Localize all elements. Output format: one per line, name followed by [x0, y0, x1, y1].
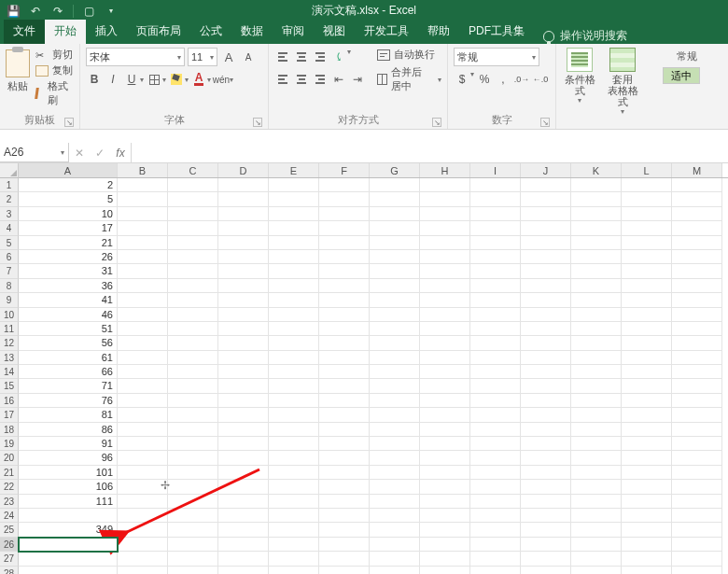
cell-M10[interactable] [672, 308, 722, 322]
save-icon[interactable]: 💾 [6, 4, 21, 19]
cell-C5[interactable] [168, 236, 218, 250]
row-header-14[interactable]: 14 [0, 365, 19, 379]
cell-style-swatch[interactable]: 适中 [663, 67, 700, 84]
cell-C14[interactable] [168, 365, 218, 379]
cell-C28[interactable] [168, 567, 218, 574]
cell-M25[interactable] [672, 523, 722, 537]
cell-B15[interactable] [118, 379, 168, 393]
cell-K11[interactable] [571, 322, 622, 336]
cell-E21[interactable] [269, 466, 319, 480]
cell-L28[interactable] [622, 567, 672, 574]
column-header-D[interactable]: D [218, 163, 269, 177]
cell-J20[interactable] [521, 451, 571, 465]
cell-I9[interactable] [470, 293, 521, 307]
cell-B2[interactable] [118, 192, 168, 206]
cell-H8[interactable] [420, 279, 470, 293]
cell-I14[interactable] [470, 365, 521, 379]
cell-K9[interactable] [571, 293, 622, 307]
cell-D21[interactable] [218, 466, 269, 480]
cell-C22[interactable] [168, 480, 218, 494]
cell-H7[interactable] [420, 264, 470, 278]
copy-button[interactable]: 复制 [35, 63, 74, 77]
row-header-3[interactable]: 3 [0, 207, 19, 221]
enter-formula-button[interactable]: ✓ [90, 147, 110, 160]
align-middle-button[interactable] [293, 48, 310, 66]
cell-A28[interactable] [19, 567, 118, 574]
phonetic-button[interactable]: wén [213, 70, 230, 89]
cell-D7[interactable] [218, 264, 269, 278]
cell-E18[interactable] [269, 423, 319, 437]
cell-K15[interactable] [571, 379, 622, 393]
cell-E22[interactable] [269, 480, 319, 494]
align-bottom-button[interactable] [312, 48, 329, 66]
cell-E25[interactable] [269, 523, 319, 537]
cell-L9[interactable] [622, 293, 672, 307]
cell-A19[interactable]: 91 [19, 437, 118, 451]
cell-F4[interactable] [319, 221, 370, 235]
cell-L2[interactable] [622, 192, 672, 206]
cell-J21[interactable] [521, 466, 571, 480]
cell-I25[interactable] [470, 523, 521, 537]
cell-M5[interactable] [672, 236, 722, 250]
cell-G22[interactable] [370, 480, 420, 494]
bold-button[interactable]: B [86, 70, 103, 89]
font-color-button[interactable]: A [190, 70, 207, 89]
cell-E16[interactable] [269, 394, 319, 408]
clipboard-dialog-launcher[interactable]: ↘ [64, 118, 74, 127]
cell-B27[interactable] [118, 552, 168, 566]
cell-M4[interactable] [672, 221, 722, 235]
cell-D11[interactable] [218, 322, 269, 336]
format-painter-button[interactable]: 格式刷 [35, 79, 74, 107]
cell-J9[interactable] [521, 293, 571, 307]
tab-file[interactable]: 文件 [4, 20, 45, 44]
cell-L8[interactable] [622, 279, 672, 293]
fill-dropdown[interactable]: ▾ [185, 76, 189, 84]
cell-E19[interactable] [269, 437, 319, 451]
cell-L16[interactable] [622, 394, 672, 408]
column-header-L[interactable]: L [622, 163, 672, 177]
cell-L6[interactable] [622, 250, 672, 264]
cell-I27[interactable] [470, 552, 521, 566]
cell-G16[interactable] [370, 394, 420, 408]
row-header-19[interactable]: 19 [0, 437, 19, 451]
cell-C3[interactable] [168, 207, 218, 221]
cell-D25[interactable] [218, 523, 269, 537]
cell-H26[interactable] [420, 538, 470, 552]
cell-I2[interactable] [470, 192, 521, 206]
cell-K14[interactable] [571, 365, 622, 379]
cell-F10[interactable] [319, 308, 370, 322]
cell-H24[interactable] [420, 509, 470, 523]
cell-M26[interactable] [672, 538, 722, 552]
cell-H18[interactable] [420, 423, 470, 437]
cell-E28[interactable] [269, 567, 319, 574]
cell-H2[interactable] [420, 192, 470, 206]
cell-C27[interactable] [168, 552, 218, 566]
tab-pdf-tools[interactable]: PDF工具集 [459, 20, 534, 44]
cancel-formula-button[interactable]: ✕ [69, 147, 90, 160]
cell-F6[interactable] [319, 250, 370, 264]
row-header-24[interactable]: 24 [0, 509, 19, 523]
row-header-18[interactable]: 18 [0, 423, 19, 437]
cell-M28[interactable] [672, 567, 722, 574]
cell-M18[interactable] [672, 423, 722, 437]
fx-icon[interactable]: fx [110, 147, 131, 160]
cell-A23[interactable]: 111 [19, 495, 118, 509]
cell-I17[interactable] [470, 408, 521, 422]
decrease-font-button[interactable]: A [240, 48, 257, 66]
cell-M23[interactable] [672, 495, 722, 509]
cell-K3[interactable] [571, 207, 622, 221]
cell-C13[interactable] [168, 351, 218, 365]
merge-dropdown[interactable]: ▾ [438, 76, 441, 84]
new-sheet-icon[interactable]: ▢ [81, 4, 96, 19]
cell-B21[interactable] [118, 466, 168, 480]
increase-indent-button[interactable]: ⇥ [349, 70, 366, 89]
cell-L25[interactable] [622, 523, 672, 537]
cell-M24[interactable] [672, 509, 722, 523]
column-header-J[interactable]: J [521, 163, 571, 177]
cell-K17[interactable] [571, 408, 622, 422]
tab-home[interactable]: 开始 [45, 20, 86, 44]
cell-J17[interactable] [521, 408, 571, 422]
cell-C21[interactable] [168, 466, 218, 480]
cell-J4[interactable] [521, 221, 571, 235]
cell-I15[interactable] [470, 379, 521, 393]
